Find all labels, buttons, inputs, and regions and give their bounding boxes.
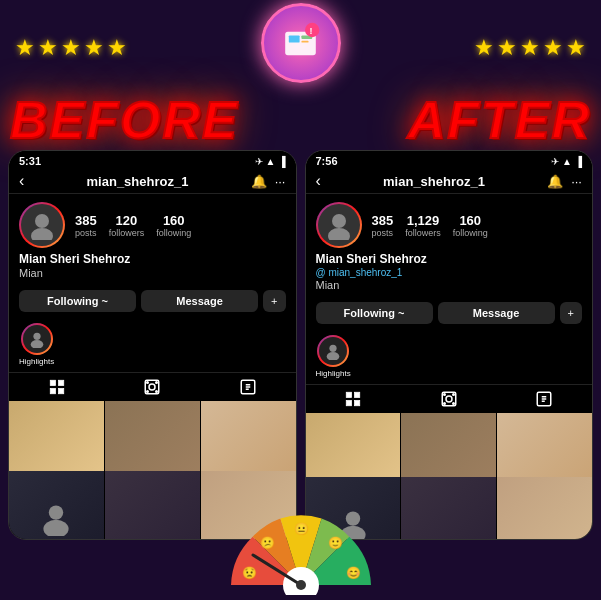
after-following-button[interactable]: Following ~ [316, 302, 433, 324]
star-1: ★ [15, 35, 35, 61]
star-8: ★ [520, 35, 540, 61]
main-content: 5:31 ✈ ▲ ▐ ‹ mian_shehroz_1 🔔 ··· [0, 145, 601, 545]
after-profile-top: 385 posts 1,129 followers 160 following [316, 202, 583, 248]
after-bell-icon: 🔔 [547, 174, 563, 189]
after-tab-tagged[interactable] [497, 390, 593, 408]
svg-rect-13 [58, 389, 63, 394]
gauge-center-dot [296, 580, 306, 590]
after-tab-bar [306, 384, 593, 413]
svg-point-15 [149, 384, 155, 390]
bell-icon: 🔔 [251, 174, 267, 189]
svg-point-24 [328, 228, 350, 240]
before-message-button[interactable]: Message [141, 290, 258, 312]
before-followers-num: 120 [116, 213, 138, 228]
star-6: ★ [474, 35, 494, 61]
emoji-sad2: 😟 [241, 565, 256, 580]
svg-text:!: ! [310, 25, 313, 35]
svg-point-16 [147, 382, 149, 384]
after-back-icon[interactable]: ‹ [316, 172, 321, 190]
before-status-bar: 5:31 ✈ ▲ ▐ [9, 151, 296, 169]
before-status-icons: ✈ ▲ ▐ [255, 156, 286, 167]
svg-point-17 [156, 382, 158, 384]
tab-grid[interactable] [9, 378, 105, 396]
svg-rect-28 [355, 392, 360, 397]
before-profile-name: Mian Sheri Shehroz [19, 252, 286, 266]
before-tab-bar [9, 372, 296, 401]
tab-reels[interactable] [105, 378, 201, 396]
svg-point-6 [35, 214, 49, 228]
before-highlight-circle [21, 323, 53, 355]
stars-row: ★ ★ ★ ★ ★ ! ★ ★ ★ ★ ★ [0, 0, 601, 88]
after-message-button[interactable]: Message [438, 302, 555, 324]
after-profile-handle: @ mian_shehroz_1 [316, 267, 583, 278]
before-following-button[interactable]: Following ~ [19, 290, 136, 312]
svg-point-32 [446, 396, 452, 402]
emoji-neutral: 😐 [293, 521, 308, 536]
star-7: ★ [497, 35, 517, 61]
after-nav-icons: 🔔 ··· [547, 174, 582, 189]
before-label: BEFORE [10, 90, 239, 150]
after-tab-grid[interactable] [306, 390, 402, 408]
after-airplane-icon: ✈ [551, 156, 559, 167]
svg-rect-12 [50, 389, 55, 394]
before-highlights-row: Highlights [9, 317, 296, 372]
after-status-icons: ✈ ▲ ▐ [551, 156, 582, 167]
before-username: mian_shehroz_1 [87, 174, 189, 189]
svg-rect-11 [58, 380, 63, 385]
after-stat-following: 160 following [453, 213, 488, 238]
svg-rect-1 [289, 35, 300, 42]
after-avatar [316, 202, 362, 248]
star-10: ★ [566, 35, 586, 61]
svg-rect-30 [355, 401, 360, 406]
after-battery-icon: ▐ [575, 156, 582, 167]
svg-rect-29 [347, 401, 352, 406]
before-add-button[interactable]: + [263, 290, 285, 312]
before-avatar [19, 202, 65, 248]
emoji-happy: 🙂 [327, 535, 342, 550]
svg-point-22 [44, 520, 69, 536]
after-followers-num: 1,129 [407, 213, 440, 228]
after-wifi-icon: ▲ [562, 156, 572, 167]
after-profile-bio: Mian [316, 279, 583, 291]
after-highlights-row: Highlights [306, 329, 593, 384]
before-phone: 5:31 ✈ ▲ ▐ ‹ mian_shehroz_1 🔔 ··· [8, 150, 297, 540]
before-followers-label: followers [109, 228, 145, 238]
svg-point-7 [31, 228, 53, 240]
after-posts-num: 385 [372, 213, 394, 228]
before-posts-num: 385 [75, 213, 97, 228]
star-9: ★ [543, 35, 563, 61]
before-action-buttons: Following ~ Message + [9, 285, 296, 317]
before-highlight-item: Highlights [19, 323, 54, 366]
svg-point-18 [147, 391, 149, 393]
more-icon: ··· [275, 174, 286, 189]
after-phone: 7:56 ✈ ▲ ▐ ‹ mian_shehroz_1 🔔 ··· [305, 150, 594, 540]
after-tab-reels[interactable] [401, 390, 497, 408]
before-nav-icons: 🔔 ··· [251, 174, 286, 189]
before-stats-row: 385 posts 120 followers 160 following [75, 213, 286, 238]
before-posts-label: posts [75, 228, 97, 238]
after-time: 7:56 [316, 155, 338, 167]
star-5: ★ [107, 35, 127, 61]
after-add-button[interactable]: + [560, 302, 582, 324]
before-profile-bio: Mian [19, 267, 286, 279]
svg-point-9 [30, 340, 43, 348]
wifi-icon: ▲ [266, 156, 276, 167]
airplane-icon: ✈ [255, 156, 263, 167]
after-stat-posts: 385 posts [372, 213, 394, 238]
before-back-icon[interactable]: ‹ [19, 172, 24, 190]
after-status-bar: 7:56 ✈ ▲ ▐ [306, 151, 593, 169]
svg-point-21 [49, 505, 63, 519]
after-posts-label: posts [372, 228, 394, 238]
before-profile: 385 posts 120 followers 160 following Mi… [9, 194, 296, 285]
before-time: 5:31 [19, 155, 41, 167]
emoji-very-happy: 😊 [345, 565, 360, 580]
after-highlight-label: Highlights [316, 369, 351, 378]
top-banner: ★ ★ ★ ★ ★ ! ★ ★ ★ ★ ★ BEFORE [0, 0, 601, 145]
tab-tagged[interactable] [200, 378, 296, 396]
after-highlight-circle [317, 335, 349, 367]
gauge-svg: 😟 😕 😐 🙂 😊 [221, 505, 381, 595]
svg-point-34 [453, 394, 455, 396]
center-icon: ! [261, 3, 341, 83]
after-action-buttons: Following ~ Message + [306, 297, 593, 329]
star-4: ★ [84, 35, 104, 61]
